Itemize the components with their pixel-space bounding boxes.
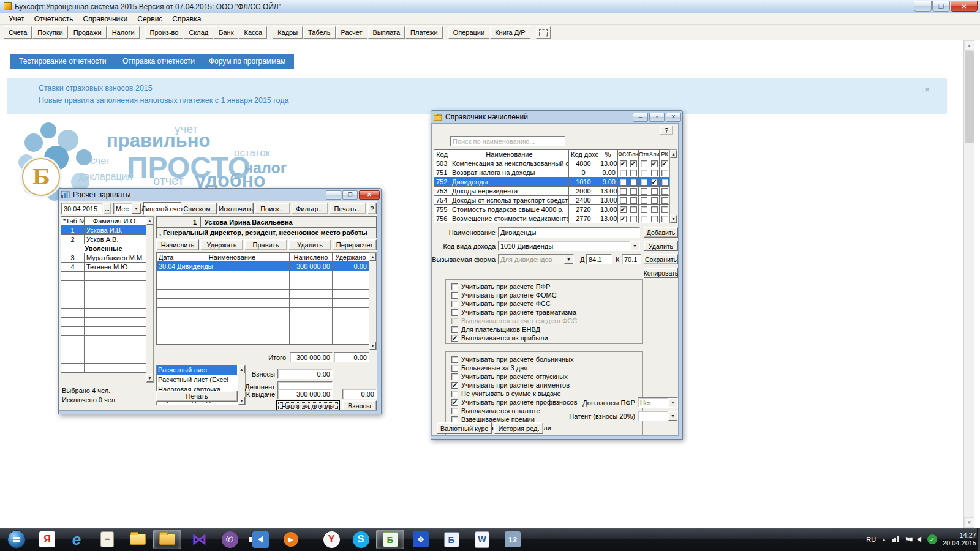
filter-button[interactable]: Фильтр... [292, 203, 328, 214]
menu-otchetnost[interactable]: Отчетность [29, 13, 78, 24]
network-icon[interactable] [892, 536, 899, 543]
scroll-down-icon[interactable]: ▼ [964, 517, 974, 528]
scroll-thumb[interactable] [965, 51, 974, 143]
toolbar-kadry[interactable]: Кадры [273, 26, 303, 39]
banner-close-icon[interactable]: × [925, 84, 930, 94]
checkbox-row[interactable]: Учитывать при расчете отпускных [451, 373, 568, 380]
forum-button[interactable]: Форум по программам [200, 54, 294, 69]
restore-icon[interactable]: ❐ [932, 1, 950, 12]
fss-checkbox[interactable] [620, 206, 627, 213]
otp-checkbox[interactable] [641, 179, 647, 186]
toolbar-bank[interactable]: Банк [214, 26, 238, 39]
close-icon[interactable]: ✕ [951, 1, 978, 12]
bln-checkbox[interactable] [630, 160, 637, 167]
debit-field[interactable]: 84.1 [586, 254, 612, 264]
menu-servis[interactable]: Сервис [132, 13, 167, 24]
checkbox-row[interactable]: Учитывать при расчете ФОМС [451, 291, 557, 299]
ali-checkbox[interactable] [651, 206, 658, 213]
withhold-button[interactable]: Удержать [200, 239, 243, 250]
employee-scrollbar[interactable]: ▲ ▼ [146, 216, 154, 383]
banner-link-rates[interactable]: Ставки страховых взносов 2015 [39, 84, 153, 92]
table-row[interactable]: 755Стоимость подарков свыше 4000 р. 2720… [434, 205, 670, 214]
date-picker-button[interactable]: ... [103, 203, 111, 214]
minimize-icon[interactable]: – [914, 1, 932, 12]
chevron-down-icon[interactable]: ▼ [668, 411, 677, 421]
menu-spravochniki[interactable]: Справочники [78, 13, 133, 24]
close-icon[interactable]: ✕ [666, 113, 681, 122]
rk-checkbox[interactable] [662, 160, 668, 167]
tray-expand-icon[interactable]: ▲ [881, 537, 886, 542]
testing-reports-button[interactable]: Тестирование отчетности [10, 54, 115, 69]
toolbar-operacii[interactable]: Операции [448, 26, 489, 39]
checkbox-row[interactable]: Не учитывать в сумме к выдаче [451, 390, 561, 397]
save-button[interactable]: Сохранить [644, 254, 678, 264]
menu-uchet[interactable]: Учет [4, 13, 29, 24]
pfr-extra-select[interactable]: Нет ▼ [638, 397, 678, 408]
checkbox-row[interactable]: Учитывать при расчете больничных [451, 356, 573, 363]
accrual-types-table[interactable]: КодНаименование Код дохода% ФСС Блн Отп … [434, 149, 670, 223]
app-12-icon[interactable]: 12 [499, 530, 527, 549]
toolbar-sklad[interactable]: Склад [184, 26, 213, 39]
ali-checkbox[interactable] [651, 170, 658, 176]
add-button[interactable]: Добавить [644, 227, 678, 238]
otp-checkbox[interactable] [641, 216, 647, 222]
help-button[interactable]: ? [368, 203, 377, 214]
toolbar-prodazhi[interactable]: Продажи [69, 26, 107, 39]
toolbar-raschet[interactable]: Расчет [336, 26, 368, 39]
chevron-down-icon[interactable]: ▼ [630, 241, 639, 250]
scroll-up-icon[interactable]: ▲ [146, 217, 153, 225]
close-icon[interactable]: ✕ [359, 190, 380, 200]
checkbox-row[interactable]: Учитывать при расчете ФСС [451, 300, 551, 307]
scroll-down-icon[interactable]: ▼ [369, 342, 376, 350]
accrue-button[interactable]: Начислить [156, 239, 199, 250]
checkbox-row[interactable]: Учитывать при расчете травматизма [451, 309, 576, 316]
buhsoft-2015-icon[interactable]: Б [437, 530, 466, 549]
checkbox-row[interactable]: Больничные за 3 дня [451, 364, 527, 372]
income-tax-button[interactable]: Налог на доходы [276, 400, 340, 411]
ali-checkbox[interactable] [651, 179, 658, 186]
minimize-icon[interactable]: – [326, 190, 341, 200]
edit-history-button[interactable]: История ред. [494, 422, 543, 434]
bln-checkbox[interactable] [630, 206, 637, 213]
main-vertical-scrollbar[interactable]: ▲ ▼ [963, 40, 974, 528]
banner-link-rules[interactable]: Новые правила заполнения налоговых плате… [39, 96, 288, 105]
toolbar-pokupki[interactable]: Покупки [32, 26, 67, 39]
toolbar-kassa[interactable]: Касса [239, 26, 267, 39]
ali-checkbox[interactable] [651, 216, 658, 222]
language-indicator[interactable]: RU [866, 536, 876, 543]
copy-button[interactable]: Копировать [644, 268, 678, 278]
start-button[interactable] [2, 530, 31, 549]
bln-checkbox[interactable] [630, 170, 637, 176]
fss-checkbox[interactable] [620, 170, 627, 176]
exclude-button[interactable]: Исключить [218, 203, 254, 214]
restore-icon[interactable]: ❐ [342, 190, 358, 200]
table-row[interactable]: 503Компенсация за неиспользованный отпус… [434, 159, 670, 168]
accrual-scrollbar[interactable]: ▲ ▼ [369, 252, 377, 350]
scroll-up-icon[interactable]: ▲ [369, 253, 376, 261]
scroll-up-icon[interactable]: ▲ [964, 40, 974, 51]
accrual-table[interactable]: ДатаНаименование НачисленоУдержано 30.04… [156, 252, 369, 345]
employee-table[interactable]: *Таб.№Фамилия И.О. 1Ускова И.В. 2Усков А… [61, 216, 146, 373]
volume-icon[interactable] [916, 536, 922, 543]
credit-field[interactable]: 70.1 [622, 254, 641, 264]
rk-checkbox[interactable] [662, 216, 668, 222]
delete-button[interactable]: Удалить [644, 241, 678, 251]
scroll-down-icon[interactable]: ▼ [670, 215, 677, 223]
table-row[interactable]: 754Доходы от использ транспорт средств 2… [434, 196, 670, 205]
edit-button[interactable]: Править [244, 239, 287, 250]
help-button[interactable]: ? [660, 126, 673, 135]
table-row[interactable]: 4Тетенев М.Ю. [61, 263, 146, 272]
ref-table-scrollbar[interactable]: ▲ ▼ [669, 149, 677, 223]
toolbar-scheta[interactable]: Счета [4, 26, 32, 39]
fss-checkbox[interactable] [620, 197, 627, 204]
clock[interactable]: 14:27 20.04.2015 [943, 531, 976, 547]
recalc-button[interactable]: Перерасчет [333, 239, 377, 250]
table-row[interactable]: 756Возмещение стоимости медикаментов 277… [434, 214, 670, 223]
toolbar-proizvo[interactable]: Произ-во [145, 26, 184, 39]
antivirus-shield-icon[interactable]: ✓ [927, 534, 937, 544]
table-row[interactable]: 751Возврат налога на доходы 00.00 [434, 168, 670, 178]
volume-app-icon[interactable] [246, 530, 274, 549]
defender-icon[interactable]: ❖ [407, 530, 435, 549]
search-input[interactable] [450, 136, 565, 146]
list-button[interactable]: Списком... [183, 203, 217, 214]
